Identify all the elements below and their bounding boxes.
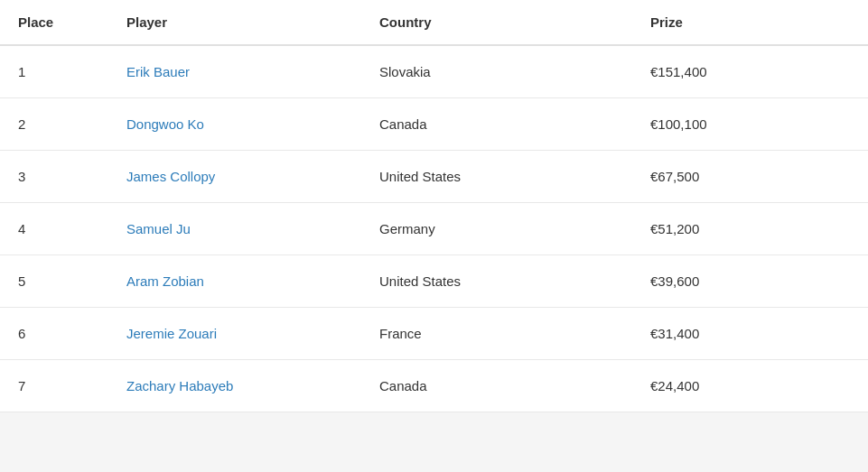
place-cell: 3: [0, 151, 108, 203]
table-row: 7Zachary HabayebCanada€24,400: [0, 360, 868, 412]
country-cell: United States: [361, 151, 632, 203]
prize-cell: €151,400: [632, 45, 868, 98]
player-link[interactable]: Zachary Habayeb: [126, 378, 233, 393]
player-link[interactable]: James Collopy: [126, 169, 215, 184]
leaderboard-table: Place Player Country Prize 1Erik BauerSl…: [0, 0, 868, 412]
player-cell[interactable]: Samuel Ju: [108, 203, 361, 255]
player-cell[interactable]: James Collopy: [108, 151, 361, 203]
player-cell[interactable]: Zachary Habayeb: [108, 360, 361, 412]
player-link[interactable]: Aram Zobian: [126, 273, 204, 289]
country-cell: United States: [361, 255, 632, 308]
player-link[interactable]: Samuel Ju: [126, 221, 191, 236]
prize-cell: €24,400: [632, 360, 868, 412]
table-row: 3James CollopyUnited States€67,500: [0, 151, 868, 203]
table-row: 5Aram ZobianUnited States€39,600: [0, 255, 868, 308]
place-cell: 7: [0, 360, 108, 412]
player-cell[interactable]: Dongwoo Ko: [108, 98, 361, 151]
prize-cell: €31,400: [632, 308, 868, 360]
player-cell[interactable]: Jeremie Zouari: [108, 308, 361, 360]
country-cell: France: [361, 308, 632, 360]
place-header: Place: [0, 0, 108, 45]
table-row: 2Dongwoo KoCanada€100,100: [0, 98, 868, 151]
place-cell: 1: [0, 45, 108, 98]
place-cell: 2: [0, 98, 108, 151]
country-cell: Canada: [361, 98, 632, 151]
player-cell[interactable]: Aram Zobian: [108, 255, 361, 308]
player-link[interactable]: Dongwoo Ko: [126, 116, 204, 132]
player-link[interactable]: Jeremie Zouari: [126, 326, 217, 341]
country-header: Country: [361, 0, 632, 45]
prize-header: Prize: [632, 0, 868, 45]
table-row: 4Samuel JuGermany€51,200: [0, 203, 868, 255]
place-cell: 5: [0, 255, 108, 308]
country-cell: Slovakia: [361, 45, 632, 98]
table-row: 6Jeremie ZouariFrance€31,400: [0, 308, 868, 360]
player-header: Player: [108, 0, 361, 45]
player-link[interactable]: Erik Bauer: [126, 64, 190, 79]
place-cell: 4: [0, 203, 108, 255]
table-header-row: Place Player Country Prize: [0, 0, 868, 45]
country-cell: Canada: [361, 360, 632, 412]
player-cell[interactable]: Erik Bauer: [108, 45, 361, 98]
prize-cell: €39,600: [632, 255, 868, 308]
prize-cell: €67,500: [632, 151, 868, 203]
country-cell: Germany: [361, 203, 632, 255]
place-cell: 6: [0, 308, 108, 360]
prize-cell: €51,200: [632, 203, 868, 255]
table-row: 1Erik BauerSlovakia€151,400: [0, 45, 868, 98]
leaderboard-table-container: Place Player Country Prize 1Erik BauerSl…: [0, 0, 868, 412]
prize-cell: €100,100: [632, 98, 868, 151]
